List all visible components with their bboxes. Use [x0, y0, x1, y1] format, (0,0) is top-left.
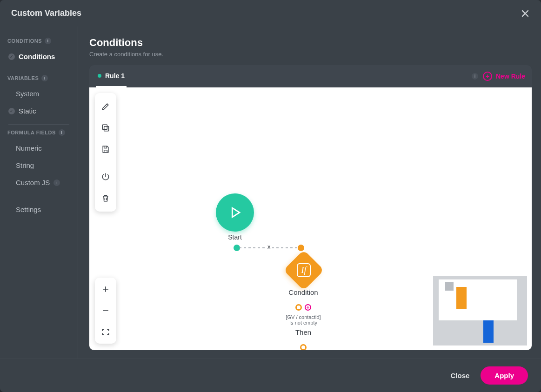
sidebar-item-label: System: [16, 90, 39, 98]
plus-circle-icon: +: [483, 72, 492, 81]
info-icon[interactable]: i: [472, 73, 478, 80]
tab-label: Rule 1: [105, 72, 125, 80]
footer: Close Apply: [0, 359, 541, 392]
status-dot-icon: [98, 74, 101, 78]
output-port[interactable]: [295, 304, 302, 311]
section-variables: VARIABLES i: [7, 75, 70, 81]
modal-body: CONDITIONS i ✓ Conditions VARIABLES i Sy…: [0, 27, 541, 359]
sidebar-item-settings[interactable]: Settings: [6, 201, 72, 218]
divider: [8, 124, 69, 125]
info-icon[interactable]: i: [59, 129, 65, 136]
tab-rule-1[interactable]: Rule 1: [96, 65, 127, 87]
sidebar-item-label: Settings: [16, 206, 41, 213]
condition-expression: [GV / contactid] Is not empty: [271, 314, 336, 326]
sidebar-item-system[interactable]: System: [6, 85, 72, 102]
info-icon[interactable]: i: [41, 75, 48, 81]
close-icon[interactable]: [521, 9, 530, 18]
flow-canvas[interactable]: Start x If Condition +: [89, 87, 532, 350]
main: Conditions Create a conditions for use. …: [78, 27, 541, 359]
sidebar-item-customjs[interactable]: Custom JS i: [6, 174, 72, 191]
close-button[interactable]: Close: [450, 372, 469, 379]
sidebar-item-string[interactable]: String: [6, 157, 72, 174]
apply-button[interactable]: Apply: [481, 366, 528, 385]
new-rule-button[interactable]: + New Rule: [483, 72, 525, 81]
condition-label: Condition: [275, 288, 331, 296]
then-label: Then: [275, 328, 331, 336]
condition-node[interactable]: If: [283, 250, 324, 291]
add-branch-icon[interactable]: +: [305, 304, 311, 311]
section-label: VARIABLES: [7, 75, 39, 81]
divider: [8, 196, 69, 196]
check-icon: ✓: [8, 108, 15, 114]
info-icon[interactable]: i: [53, 179, 60, 186]
custom-variables-modal: Custom Variables CONDITIONS i ✓ Conditio…: [0, 0, 541, 392]
output-port[interactable]: [300, 344, 307, 350]
new-rule-label: New Rule: [496, 73, 525, 80]
start-label: Start: [216, 233, 254, 241]
sidebar-item-label: String: [16, 161, 34, 169]
edge-delete-icon[interactable]: x: [266, 243, 272, 250]
page-title: Conditions: [89, 37, 532, 49]
section-conditions: CONDITIONS i: [7, 38, 70, 44]
tabs: Rule 1 i + New Rule: [89, 65, 532, 87]
edge[interactable]: x: [239, 245, 299, 249]
sidebar-item-static[interactable]: ✓ Static: [6, 102, 72, 120]
divider: [8, 70, 69, 70]
section-formula: FORMULA FIELDS i: [7, 129, 70, 136]
section-label: FORMULA FIELDS: [7, 130, 56, 135]
if-icon: If: [297, 263, 311, 277]
sidebar-item-numeric[interactable]: Numeric: [6, 140, 72, 157]
start-node[interactable]: [216, 193, 254, 232]
titlebar: Custom Variables: [0, 0, 541, 27]
edge-target-dot: [298, 245, 304, 251]
sidebar-item-label: Numeric: [16, 144, 42, 152]
sidebar-item-label: Static: [19, 107, 36, 115]
flow: Start x If Condition +: [89, 87, 532, 350]
sidebar-item-conditions[interactable]: ✓ Conditions: [6, 48, 72, 65]
section-label: CONDITIONS: [7, 38, 42, 44]
sidebar-item-label: Conditions: [19, 53, 55, 60]
page-subtitle: Create a conditions for use.: [89, 51, 532, 58]
modal-title: Custom Variables: [11, 8, 81, 18]
info-icon[interactable]: i: [45, 38, 51, 44]
sidebar-item-label: Custom JS: [16, 179, 50, 186]
condition-port-row: +: [275, 304, 331, 311]
sidebar: CONDITIONS i ✓ Conditions VARIABLES i Sy…: [0, 27, 78, 359]
else-port-row: [275, 344, 331, 350]
check-icon: ✓: [8, 53, 15, 60]
